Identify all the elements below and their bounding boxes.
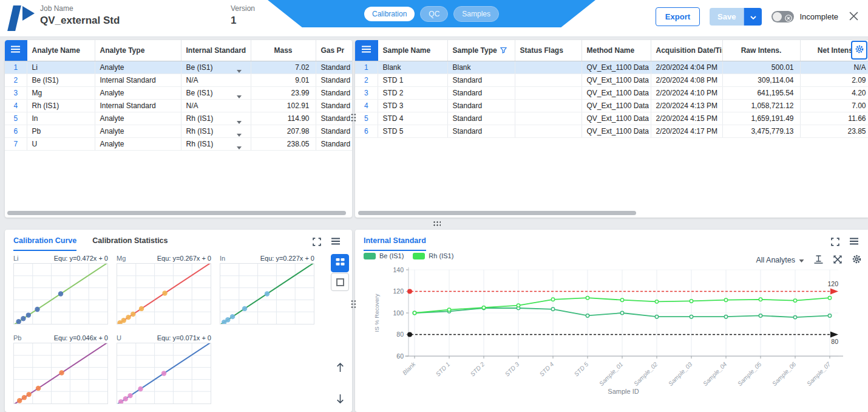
calibration-mini-chart-Li[interactable]: LiEqu: y=0.472x + 0: [13, 252, 108, 324]
vertical-splitter-handle-bottom[interactable]: [350, 299, 356, 309]
sample-col-header[interactable]: Sample Type: [447, 40, 515, 61]
analyte-name-cell: Pb: [27, 125, 95, 137]
scroll-up-button[interactable]: [336, 362, 345, 374]
dropdown-caret-icon[interactable]: [237, 92, 242, 100]
svg-text:STD 3: STD 3: [504, 360, 521, 377]
mass-cell: 9.01: [251, 74, 316, 86]
analyte-col-header[interactable]: Internal Standard: [181, 40, 251, 61]
horizontal-splitter-handle[interactable]: [432, 220, 441, 227]
analyte-row-In[interactable]: 5InAnalyteRh (IS1)114.90Standard: [5, 112, 352, 125]
save-dropdown-button[interactable]: [744, 8, 762, 26]
dropdown-caret-icon[interactable]: [237, 117, 242, 125]
chevron-down-icon: [750, 12, 756, 21]
net-intensity-cell: 23.85: [800, 125, 868, 137]
equation-label: Equ: y=0.071x + 0: [157, 334, 211, 342]
nav-tab-calibration[interactable]: Calibration: [364, 7, 415, 21]
scroll-down-button[interactable]: [336, 394, 345, 406]
analyte-menu-button[interactable]: [5, 40, 27, 61]
tab-internal-standard[interactable]: Internal Standard: [364, 236, 426, 251]
dropdown-caret-icon[interactable]: [237, 143, 242, 151]
element-label: Pb: [13, 334, 21, 342]
sample-col-header[interactable]: Raw Intens.: [722, 40, 800, 61]
expand-panel-button[interactable]: [313, 238, 321, 248]
analyte-col-header[interactable]: Mass: [251, 40, 316, 61]
internal-standard-cell[interactable]: Be (IS1): [181, 86, 251, 99]
sample-name-cell: STD 3: [378, 99, 447, 112]
sample-type-cell: Standard: [447, 112, 515, 125]
internal-standard-cell[interactable]: Rh (IS1): [181, 112, 251, 125]
sample-col-header[interactable]: Acquisition Date/Time: [651, 40, 722, 61]
vertical-splitter-handle-top[interactable]: [350, 112, 356, 122]
sample-col-header[interactable]: Method Name: [581, 40, 651, 61]
sample-col-header[interactable]: Status Flags: [515, 40, 581, 61]
analyte-type-cell: Internal Standard: [95, 99, 181, 112]
analyte-filter-dropdown[interactable]: All Analytes: [756, 256, 804, 264]
sample-row-STD-4[interactable]: 5STD 4StandardQV_Ext_1100 Data2/20/2024 …: [355, 112, 868, 125]
analyte-type-cell: Internal Standard: [95, 74, 181, 86]
expand-panel-button[interactable]: [831, 238, 839, 248]
dropdown-caret-icon[interactable]: [237, 130, 242, 138]
status-flags-cell: [515, 61, 581, 74]
gas-cell: Standard: [316, 99, 352, 112]
analyte-table-hscrollbar[interactable]: [7, 211, 346, 215]
sample-type-cell: Standard: [447, 99, 515, 112]
svg-text:80: 80: [396, 331, 404, 338]
analyte-row-Mg[interactable]: 3MgAnalyteBe (IS1)23.99Standard: [5, 86, 352, 99]
sample-row-STD-5[interactable]: 6STD 5StandardQV_Ext_1100 Data2/20/2024 …: [355, 125, 868, 137]
calibration-mini-chart-Pb[interactable]: PbEqu: y=0.046x + 0: [13, 331, 108, 404]
analyte-type-cell: Analyte: [95, 137, 181, 150]
panel-menu-button[interactable]: [331, 238, 340, 248]
mini-chart-plot: [220, 263, 314, 324]
analyte-row-Be (IS1)[interactable]: 2Be (IS1)Internal StandardN/A9.01Standar…: [5, 74, 352, 86]
analyte-row-U[interactable]: 7UAnalyteRh (IS1)238.05Standard: [5, 137, 352, 150]
zoom-reset-button[interactable]: [833, 255, 843, 266]
analyte-col-header[interactable]: Gas Pr: [316, 40, 352, 61]
internal-standard-cell[interactable]: Be (IS1): [181, 61, 251, 74]
single-view-button[interactable]: [331, 273, 349, 291]
sample-row-STD-2[interactable]: 3STD 2StandardQV_Ext_1100 Data2/20/2024 …: [355, 86, 868, 99]
close-button[interactable]: [848, 10, 860, 24]
analyte-header-row: Analyte NameAnalyte TypeInternal Standar…: [5, 40, 352, 61]
panel-menu-button[interactable]: [850, 238, 858, 248]
calibration-mini-chart-In[interactable]: InEqu: y=0.227x + 0: [220, 252, 314, 324]
brand-logo-arrow: [22, 6, 35, 21]
sample-row-Blank[interactable]: 1BlankBlankQV_Ext_1100 Data2/20/2024 4:0…: [355, 61, 868, 74]
calibration-mini-chart-U[interactable]: UEqu: y=0.071x + 0: [117, 331, 211, 404]
sample-table-hscrollbar[interactable]: [358, 211, 636, 215]
analyte-row-Rh (IS1)[interactable]: 4Rh (IS1)Internal StandardN/A102.91Stand…: [5, 99, 352, 112]
mini-chart-header: LiEqu: y=0.472x + 0: [13, 252, 108, 262]
analyte-row-Li[interactable]: 1LiAnalyteBe (IS1)7.02Standard: [5, 61, 352, 74]
nav-tab-samples[interactable]: Samples: [453, 6, 499, 22]
istd-recovery-chart[interactable]: 6080100120140IS % Recovery12080BlankSTD …: [371, 265, 864, 410]
sample-row-STD-1[interactable]: 2STD 1StandardQV_Ext_1100 Data2/20/2024 …: [355, 74, 868, 86]
calibration-mini-chart-Mg[interactable]: MgEqu: y=0.267x + 0: [117, 252, 211, 324]
save-button[interactable]: Save: [710, 8, 744, 26]
nav-tab-qc[interactable]: QC: [420, 6, 448, 22]
zoom-reset-icon: [833, 255, 843, 266]
tab-calibration-curve[interactable]: Calibration Curve: [13, 236, 76, 251]
chevron-down-icon: [799, 256, 804, 264]
internal-standard-cell[interactable]: Rh (IS1): [181, 137, 251, 150]
tab-calibration-statistics[interactable]: Calibration Statistics: [92, 236, 168, 251]
sample-type-cell: Blank: [447, 61, 515, 74]
sample-row-STD-3[interactable]: 4STD 3StandardQV_Ext_1100 Data2/20/2024 …: [355, 99, 868, 112]
equation-label: Equ: y=0.227x + 0: [260, 255, 314, 262]
sample-menu-button[interactable]: [355, 40, 378, 61]
column-settings-button[interactable]: [851, 41, 867, 60]
analyte-row-Pb[interactable]: 6PbAnalyteRh (IS1)207.98Standard: [5, 125, 352, 137]
analyte-type-cell: Analyte: [95, 61, 181, 74]
analyte-col-header[interactable]: Analyte Name: [27, 40, 95, 61]
sample-col-header[interactable]: Sample Name: [378, 40, 447, 61]
acquisition-cell: 2/20/2024 4:08 PM: [651, 74, 722, 86]
status-flags-cell: [515, 74, 581, 86]
chart-settings-button[interactable]: [852, 254, 862, 266]
grid-view-button[interactable]: [331, 254, 349, 272]
analyte-col-header[interactable]: Analyte Type: [95, 40, 181, 61]
axis-scale-button[interactable]: [813, 255, 824, 266]
export-button[interactable]: Export: [656, 7, 700, 26]
internal-standard-cell[interactable]: Rh (IS1): [181, 125, 251, 137]
incomplete-toggle[interactable]: [771, 11, 794, 22]
svg-text:Sample_05: Sample_05: [736, 360, 763, 387]
calibration-tabs: Calibration CurveCalibration Statistics: [13, 236, 168, 251]
dropdown-caret-icon[interactable]: [237, 66, 242, 74]
